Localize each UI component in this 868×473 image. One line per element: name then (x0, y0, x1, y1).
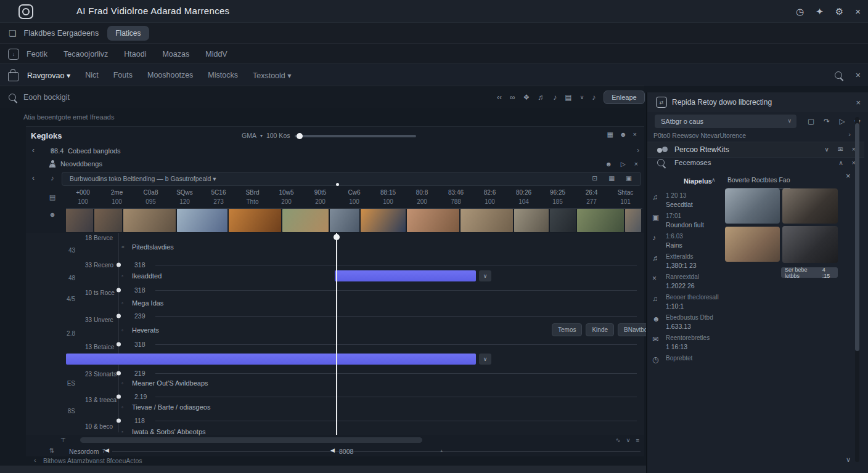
rail-tool-icon[interactable]: ▤ (48, 193, 57, 201)
wave-icon[interactable]: ∿ (616, 437, 621, 443)
scrollbar-thumb[interactable] (855, 123, 859, 351)
redo-icon[interactable]: ↷ (824, 117, 830, 126)
track-action-button[interactable]: Temos (552, 323, 582, 336)
keyframe-dot[interactable] (117, 263, 121, 267)
filmstrip-thumbnail[interactable] (461, 209, 513, 232)
preview-thumbnail[interactable] (782, 226, 838, 263)
filmstrip-thumbnail[interactable] (282, 209, 329, 232)
filmstrip-thumbnail[interactable] (550, 209, 576, 232)
menu-item[interactable]: Mistocks (208, 71, 238, 80)
expand-icon[interactable]: ⇄ (656, 97, 667, 108)
puzzle-icon[interactable]: ❖ (523, 94, 530, 101)
track-row[interactable]: ◦ Tievae / Barte / odiasgeos Tievae / Ba… (118, 401, 639, 413)
grid-icon[interactable]: ▦ (608, 174, 615, 182)
keyframe-dot[interactable] (117, 419, 121, 423)
dashes-icon[interactable]: ‹‹ (497, 94, 502, 101)
filmstrip-thumbnail[interactable] (407, 209, 459, 232)
forward-chevron-icon[interactable]: › (848, 131, 851, 138)
horizontal-scrollbar[interactable] (80, 437, 422, 443)
track-name[interactable]: 13 & treeca (85, 397, 117, 403)
asset-list-item[interactable]: ☻ Ebedbustus Dtbd 1.633.13 (652, 313, 725, 333)
track-row[interactable]: 318 318 (118, 338, 639, 350)
box-icon[interactable]: ▢ (808, 117, 814, 126)
column-right-title[interactable]: Boverte Roctbtes Fao (727, 176, 790, 188)
monitor-icon[interactable]: ⊡ (592, 174, 597, 182)
asset-list-item[interactable]: ◷ Boprebtet (652, 354, 725, 374)
track-name[interactable]: 18 Bervce (85, 235, 117, 241)
keyframe-dot[interactable] (117, 314, 121, 318)
filmstrip-thumbnail[interactable] (66, 209, 93, 232)
track-row[interactable]: 118 118 (118, 414, 639, 427)
track-action-button[interactable]: Kinde (586, 323, 614, 336)
breadcrumb-label[interactable]: Cobecd banglods (68, 147, 121, 155)
asset-list-item[interactable]: ♫ Beooer thecloresall 1:10:1 (652, 293, 725, 313)
track-name[interactable]: 33 Unverc (85, 317, 117, 323)
menu-item[interactable]: Tecaoojorlivz (63, 50, 108, 59)
track-row[interactable]: 318 318 (118, 284, 639, 296)
menu-item[interactable]: Htaodi (124, 50, 146, 59)
asset-list-item[interactable]: × Ranreextdal 1.2022 26 (652, 272, 725, 293)
grid-icon[interactable]: ▦ (607, 131, 613, 139)
menu-item[interactable]: MiddV (205, 50, 227, 59)
clip-chevron-button[interactable]: ∨ (479, 270, 491, 281)
close-icon[interactable]: × (846, 171, 851, 180)
clip-bar-long[interactable] (66, 354, 476, 365)
slider-handle[interactable] (297, 133, 303, 139)
menu-item[interactable]: Fouts (113, 71, 133, 80)
chevron-down-icon[interactable]: ∨ (846, 456, 851, 464)
track-row[interactable]: 318 318 (118, 259, 639, 271)
lines-icon[interactable]: ≡ (636, 437, 639, 443)
chevron-up-icon[interactable]: ∧ (711, 177, 716, 183)
asset-list-item[interactable]: ▣ 17:01 Roundon fiult (652, 211, 725, 232)
back-chevron-icon[interactable]: ‹ (32, 174, 35, 182)
subsection-row[interactable]: Fecemoses ∧ × (647, 156, 864, 170)
chevron-down-icon[interactable]: ∨ (787, 118, 792, 124)
panel-icon[interactable]: ▤ (565, 94, 571, 101)
back-chevron-icon[interactable]: ‹ (32, 146, 35, 155)
filmstrip-thumbnail[interactable] (625, 209, 641, 232)
asset-list-item[interactable]: ♬ Extteralds 1,380:1 23 (652, 252, 725, 272)
filmstrip-thumbnail[interactable] (514, 209, 549, 232)
close-icon[interactable]: × (633, 131, 637, 139)
bag-icon[interactable] (8, 72, 18, 81)
sparkle-icon[interactable]: ✦ (816, 7, 824, 16)
rail-tool-icon[interactable]: ✆ (48, 161, 57, 169)
track-row[interactable]: ◦ Meaner Out'S Avildbeaps Meaner Out'S A… (118, 377, 639, 389)
message-icon[interactable]: ✉ (838, 145, 843, 153)
filmstrip-thumbnail[interactable] (123, 209, 176, 232)
rail-tool-icon[interactable]: ✂ (48, 132, 57, 140)
close-icon[interactable]: × (856, 71, 861, 79)
face-icon[interactable]: ☻ (620, 131, 627, 139)
keyframe-dot[interactable] (117, 395, 121, 399)
filmstrip-thumbnail[interactable] (94, 209, 122, 232)
playhead-handle[interactable] (334, 234, 340, 240)
enleape-button[interactable]: Enleape (604, 91, 644, 104)
preview-thumbnail[interactable] (782, 188, 838, 224)
note-icon[interactable]: ♪ (592, 94, 596, 101)
filmstrip-thumbnail[interactable] (229, 209, 281, 232)
track-row[interactable]: « Pitedtslavdies Pitedtslavdies (118, 241, 639, 253)
t-bar-icon[interactable]: ⊤ (60, 437, 66, 443)
play-icon[interactable]: ▷ (621, 160, 626, 168)
forward-chevron-icon[interactable]: › (637, 146, 639, 155)
search-icon[interactable] (835, 71, 842, 79)
link-icon[interactable]: ∞ (510, 94, 515, 101)
beam-note-icon[interactable]: ♬ (538, 94, 545, 101)
timeline-ruler[interactable]: +000 100 2me 100 C0a8 095 SQws 120 (66, 186, 642, 209)
subrow-label[interactable]: Neovddbengs (60, 160, 102, 168)
track-name[interactable]: 33 Recero (85, 262, 117, 269)
clip-bar-short[interactable] (335, 270, 476, 281)
menu-item[interactable]: Nict (85, 71, 99, 80)
menu-item[interactable]: Mooshootzes (147, 71, 193, 80)
close-window-icon[interactable]: × (855, 7, 861, 16)
chevron-up-icon[interactable]: ∧ (838, 159, 843, 166)
keyframe-dot[interactable] (117, 342, 121, 347)
chevron-down-icon[interactable]: ∨ (580, 95, 584, 100)
asset-list-item[interactable]: ♪ 1:6.03 Rains (652, 232, 725, 252)
track-name[interactable]: 13 Betaice (85, 344, 117, 350)
track-name[interactable]: 10 & beco (85, 423, 117, 430)
history-icon[interactable]: ◷ (796, 7, 804, 16)
rail-tool-icon[interactable]: ☻ (48, 211, 57, 218)
workspace-label[interactable]: Flakdbes Eergadeens (24, 29, 99, 38)
preview-thumbnail[interactable] (725, 227, 780, 262)
